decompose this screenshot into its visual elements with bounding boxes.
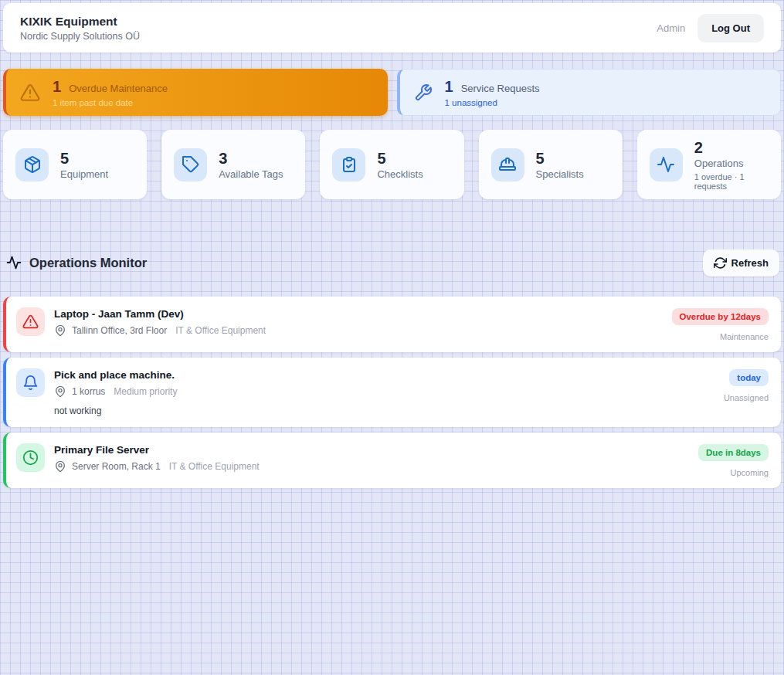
- operations-monitor-header: Operations Monitor Refresh: [6, 249, 779, 276]
- operation-meta: 1 korrus Medium priority: [54, 385, 714, 398]
- stat-cards-row: 5 Equipment 3 Available Tags 5 Checklist…: [3, 130, 781, 199]
- operation-status-column: Due in 8days Upcoming: [698, 443, 769, 477]
- wrench-icon: [414, 83, 433, 102]
- operations-list: Laptop - Jaan Tamm (Dev) Tallinn Office,…: [3, 297, 781, 488]
- stat-sublabel: 1 overdue · 1 requests: [694, 172, 769, 191]
- stat-content: 5 Equipment: [60, 150, 108, 180]
- operation-details: Pick and place machine. 1 korrus Medium …: [54, 368, 714, 416]
- stat-label: Equipment: [60, 168, 108, 180]
- operation-title: Pick and place machine.: [54, 369, 714, 381]
- refresh-icon: [714, 256, 727, 270]
- operation-status-column: today Unassigned: [724, 368, 769, 402]
- map-pin-icon: [54, 460, 66, 473]
- stat-content: 5 Checklists: [377, 150, 423, 180]
- operation-status-column: Overdue by 12days Maintenance: [672, 307, 769, 341]
- page-subtitle: Nordic Supply Solutions OÜ: [20, 31, 140, 42]
- user-role-label: Admin: [657, 22, 685, 34]
- header-text: KIXIK Equipment Nordic Supply Solutions …: [20, 15, 140, 42]
- page-title: KIXIK Equipment: [20, 15, 140, 29]
- operation-schedule-label: Upcoming: [730, 468, 769, 477]
- operation-assignment-label: Unassigned: [724, 393, 769, 402]
- package-icon: [15, 148, 49, 181]
- stat-value: 3: [219, 150, 283, 167]
- service-requests-count: 1: [445, 78, 453, 96]
- overdue-label: Overdue Maintenance: [69, 83, 168, 94]
- stat-content: 5 Specialists: [536, 150, 584, 180]
- map-pin-icon: [54, 324, 66, 337]
- logout-button[interactable]: Log Out: [697, 14, 764, 42]
- operation-details: Primary File Server Server Room, Rack 1 …: [54, 443, 689, 473]
- stat-value: 5: [377, 150, 423, 167]
- activity-icon: [6, 255, 22, 270]
- alert-triangle-icon: [16, 307, 45, 336]
- stat-content: 3 Available Tags: [219, 150, 283, 180]
- due-badge: Due in 8days: [698, 444, 769, 461]
- stat-label: Specialists: [536, 168, 584, 180]
- dashboard-page: KIXIK Equipment Nordic Supply Solutions …: [0, 0, 784, 675]
- section-title: Operations Monitor: [6, 255, 147, 270]
- operation-location: 1 korrus: [72, 386, 105, 397]
- operation-location: Server Room, Rack 1: [72, 461, 161, 472]
- banner-headline: 1 Overdue Maintenance: [53, 78, 168, 96]
- app-header: KIXIK Equipment Nordic Supply Solutions …: [3, 3, 781, 53]
- refresh-button[interactable]: Refresh: [703, 249, 779, 276]
- operation-meta: Server Room, Rack 1 IT & Office Equipmen…: [54, 460, 689, 473]
- stat-value: 5: [60, 150, 108, 167]
- stat-card-checklists[interactable]: 5 Checklists: [320, 130, 463, 199]
- refresh-button-label: Refresh: [731, 257, 769, 269]
- operation-details: Laptop - Jaan Tamm (Dev) Tallinn Office,…: [54, 307, 663, 337]
- stat-label: Operations: [694, 158, 769, 169]
- activity-icon: [650, 148, 683, 181]
- stat-card-specialists[interactable]: 5 Specialists: [479, 130, 623, 199]
- stat-card-available-tags[interactable]: 3 Available Tags: [161, 130, 305, 199]
- stat-card-operations[interactable]: 2 Operations 1 overdue · 1 requests: [637, 130, 781, 199]
- service-requests-label: Service Requests: [461, 83, 540, 94]
- operation-location: Tallinn Office, 3rd Floor: [72, 325, 167, 336]
- operation-card-upcoming[interactable]: Primary File Server Server Room, Rack 1 …: [3, 432, 781, 488]
- service-requests-banner[interactable]: 1 Service Requests 1 unassigned: [397, 69, 782, 116]
- due-badge: today: [729, 369, 769, 386]
- stat-content: 2 Operations 1 overdue · 1 requests: [694, 139, 769, 191]
- operation-title: Primary File Server: [54, 444, 689, 456]
- operation-card-request[interactable]: Pick and place machine. 1 korrus Medium …: [3, 358, 781, 427]
- operation-type-label: Maintenance: [720, 332, 769, 341]
- bell-icon: [16, 368, 45, 397]
- clipboard-check-icon: [332, 148, 365, 181]
- due-badge: Overdue by 12days: [672, 308, 769, 325]
- operation-note: not working: [54, 405, 714, 416]
- alert-banners: 1 Overdue Maintenance 1 item past due da…: [3, 69, 781, 116]
- operation-priority: Medium priority: [114, 386, 177, 397]
- overdue-detail: 1 item past due date: [53, 98, 168, 107]
- operation-title: Laptop - Jaan Tamm (Dev): [54, 308, 663, 320]
- section-title-text: Operations Monitor: [29, 256, 147, 270]
- clock-icon: [16, 443, 45, 472]
- hard-hat-icon: [491, 148, 524, 181]
- stat-label: Available Tags: [219, 168, 283, 180]
- stat-card-equipment[interactable]: 5 Equipment: [3, 130, 147, 199]
- stat-value: 2: [694, 139, 769, 156]
- operation-meta: Tallinn Office, 3rd Floor IT & Office Eq…: [54, 324, 663, 337]
- operation-card-overdue[interactable]: Laptop - Jaan Tamm (Dev) Tallinn Office,…: [3, 297, 781, 352]
- stat-label: Checklists: [377, 168, 423, 180]
- map-pin-icon: [54, 385, 66, 398]
- operation-category: IT & Office Equipment: [175, 325, 266, 336]
- operation-category: IT & Office Equipment: [169, 461, 260, 472]
- stat-value: 5: [536, 150, 584, 167]
- banner-content: 1 Overdue Maintenance 1 item past due da…: [53, 78, 168, 107]
- warning-triangle-icon: [20, 83, 40, 103]
- tag-icon: [174, 148, 207, 181]
- overdue-maintenance-banner[interactable]: 1 Overdue Maintenance 1 item past due da…: [3, 69, 388, 116]
- overdue-count: 1: [53, 78, 61, 96]
- banner-headline: 1 Service Requests: [445, 78, 540, 96]
- header-actions: Admin Log Out: [657, 14, 764, 42]
- service-requests-detail: 1 unassigned: [445, 98, 540, 107]
- banner-content: 1 Service Requests 1 unassigned: [445, 78, 540, 107]
